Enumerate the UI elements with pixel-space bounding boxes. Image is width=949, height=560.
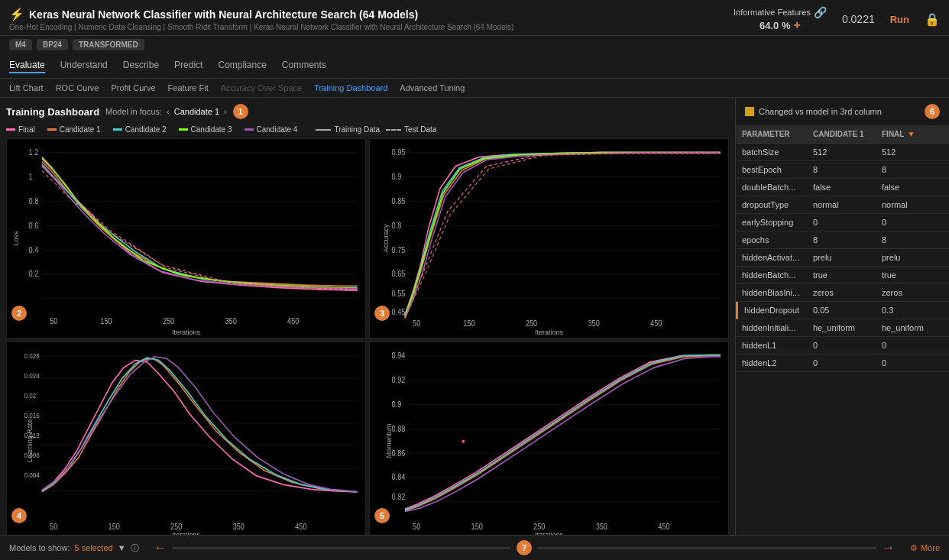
val-batchsize-c1: 512 [813, 147, 882, 157]
charts-grid: Loss Iterations 2 1.2 1 0.8 0.6 0.4 0.2 … [6, 138, 729, 541]
accuracy-x-label: Iterations [535, 329, 563, 336]
dropdown-icon[interactable]: ▼ [118, 543, 126, 552]
tags-bar: M4 BP24 TRANSFORMED [0, 36, 949, 53]
param-hiddeninitiali: hiddenInitiali... [742, 323, 813, 332]
lr-y-label: Learning Rate [26, 419, 34, 463]
run-button[interactable]: Run [890, 14, 909, 25]
scroll-right-arrow[interactable]: → [883, 541, 895, 555]
circle-2: 2 [11, 306, 27, 321]
val-hiddeninitiali-c1: he_uniform [813, 323, 882, 332]
svg-text:0.02: 0.02 [24, 391, 36, 400]
changed-indicator: Changed vs model in 3rd column [745, 107, 882, 116]
scroll-left-arrow[interactable]: ← [154, 541, 167, 555]
svg-text:250: 250 [533, 522, 546, 531]
val-epochs-final: 8 [882, 235, 943, 244]
legend-candidate3: Candidate 3 [179, 125, 232, 134]
subnav-roc[interactable]: ROC Curve [56, 83, 99, 92]
svg-text:50: 50 [50, 522, 58, 531]
header-title: ⚡ Keras Neural Network Classifier with N… [9, 7, 513, 21]
legend-candidate4: Candidate 4 [245, 125, 298, 134]
param-hiddenbiasini: hiddenBiasIni... [742, 288, 813, 297]
param-hiddenl1: hiddenL1 [742, 341, 813, 350]
col-final[interactable]: FINAL ▼ [882, 130, 943, 138]
scroll-track[interactable] [173, 547, 511, 549]
tab-comments[interactable]: Comments [282, 58, 326, 73]
selected-count[interactable]: 5 selected [74, 543, 112, 552]
accuracy-chart: Accuracy Iterations 3 0.95 0.9 0.85 0.8 … [369, 138, 729, 338]
svg-text:0.016: 0.016 [24, 411, 39, 419]
subnav-lift[interactable]: Lift Chart [9, 83, 44, 92]
scroll-track-right[interactable] [538, 547, 876, 549]
val-earlystopping-final: 0 [882, 218, 943, 227]
accuracy-y-label: Accuracy [382, 224, 390, 252]
svg-text:250: 250 [526, 319, 538, 329]
svg-text:0.6: 0.6 [29, 221, 39, 230]
val-hiddendropout-c1: 0.05 [813, 306, 882, 315]
legend-dashed-line [386, 129, 401, 131]
table-row: hiddenL2 0 0 [736, 354, 949, 372]
tab-understand[interactable]: Understand [60, 58, 108, 73]
tab-evaluate[interactable]: Evaluate [9, 58, 45, 73]
right-panel-header: Changed vs model in 3rd column 6 [736, 98, 949, 125]
svg-text:0.028: 0.028 [24, 351, 39, 360]
nav-tabs: Evaluate Understand Describe Predict Com… [0, 53, 949, 79]
svg-text:0.94: 0.94 [392, 351, 406, 360]
val-hiddenbatch-c1: true [813, 270, 882, 280]
svg-text:150: 150 [109, 522, 121, 531]
subnav-profit[interactable]: Profit Curve [111, 83, 155, 92]
svg-text:0.88: 0.88 [392, 424, 406, 433]
tab-predict[interactable]: Predict [174, 58, 202, 73]
svg-text:0.9: 0.9 [392, 172, 402, 181]
val-hiddenactivat-final: prelu [882, 253, 943, 262]
val-doublebatch-final: false [882, 183, 943, 192]
table-row: hiddenL1 0 0 [736, 337, 949, 354]
svg-text:350: 350 [233, 522, 245, 531]
momentum-chart: Momentum Iterations 5 0.94 0.92 0.9 0.88… [369, 342, 729, 542]
svg-text:0.84: 0.84 [392, 472, 406, 481]
more-button[interactable]: ⚙ More [910, 543, 940, 553]
val-dropouttype-c1: normal [813, 200, 882, 209]
val-hiddenactivat-c1: prelu [813, 253, 882, 262]
momentum-y-label: Momentum [385, 424, 393, 458]
loss-svg: 1.2 1 0.8 0.6 0.4 0.2 50 150 250 350 450 [7, 139, 365, 338]
param-doublebatch: doubleBatch... [742, 183, 813, 192]
circle-1: 1 [233, 104, 248, 119]
legend: Final Candidate 1 Candidate 2 Candidate … [6, 125, 729, 134]
val-hiddendropout-final: 0.3 [882, 306, 943, 315]
prev-candidate-arrow[interactable]: ‹ [167, 107, 170, 116]
svg-text:0.9: 0.9 [392, 400, 402, 409]
tab-describe[interactable]: Describe [123, 58, 159, 73]
circle-3: 3 [374, 306, 390, 321]
param-hiddendropout: hiddenDropout [744, 306, 813, 315]
param-dropouttype: dropoutType [742, 200, 813, 209]
svg-text:1: 1 [29, 172, 34, 181]
legend-test: Test Data [386, 125, 436, 134]
subnav-training[interactable]: Training Dashboard [314, 83, 387, 92]
table-row: batchSize 512 512 [736, 144, 949, 161]
tag-m4: M4 [9, 39, 32, 50]
val-hiddenl1-final: 0 [882, 341, 943, 350]
svg-text:50: 50 [50, 316, 58, 325]
next-candidate-arrow[interactable]: › [224, 107, 227, 116]
val-doublebatch-c1: false [813, 183, 882, 192]
inf-label: Informative Features 🔗 [734, 6, 827, 18]
svg-text:0.45: 0.45 [392, 307, 406, 316]
val-batchsize-final: 512 [882, 147, 943, 157]
tab-compliance[interactable]: Compliance [218, 58, 266, 73]
subnav-feature[interactable]: Feature Fit [168, 83, 209, 92]
table-row: bestEpoch 8 8 [736, 161, 949, 179]
model-focus: Model in focus: ‹ Candidate 1 › [105, 107, 227, 116]
legend-color-c2 [113, 128, 122, 131]
plus-icon[interactable]: + [794, 18, 801, 32]
val-bestepoch-c1: 8 [813, 165, 882, 174]
svg-text:0.86: 0.86 [392, 448, 406, 457]
subnav-advanced[interactable]: Advanced Tuning [400, 83, 465, 92]
svg-text:350: 350 [588, 319, 600, 329]
svg-text:350: 350 [596, 522, 608, 531]
val-hiddenl2-c1: 0 [813, 358, 882, 367]
svg-text:0.95: 0.95 [392, 148, 406, 157]
loss-x-label: Iterations [172, 329, 200, 336]
subnav-accuracy-space: Accuracy Over Space [221, 83, 302, 92]
legend-training: Training Data [316, 125, 380, 134]
val-hiddenbiasini-c1: zeros [813, 288, 882, 297]
